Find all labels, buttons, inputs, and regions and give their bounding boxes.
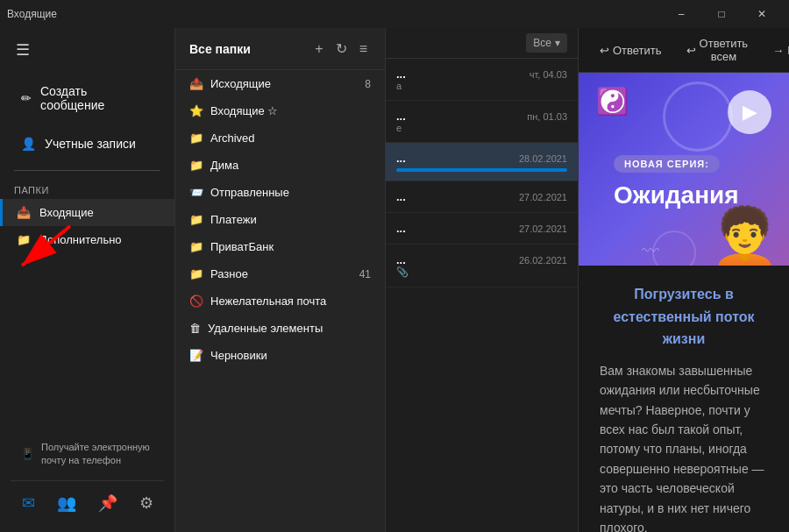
misc-label: Разное [210,267,248,280]
payments-icon: 📁 [189,213,203,226]
email-item-1[interactable]: ... чт, 04.03 а [386,59,578,101]
reply-icon: ↩ [600,44,609,57]
accounts-label: Учетные записи [45,137,136,151]
drafts-label: Черновики [210,349,267,362]
deleted-label: Удаленные элементы [208,322,323,335]
misc-badge: 41 [359,268,371,280]
folder-item-payments[interactable]: 📁 Платежи [175,206,385,233]
sidebar-bottom: 📱 Получайте электронную почту на телефон… [0,427,174,532]
compose-icon: ✏ [21,91,32,105]
content-toolbar: ↩ Ответить ↩ Ответить всем → Переслать ⚙… [579,28,789,73]
email-date-6: 26.02.2021 [519,255,567,266]
people-nav-icon[interactable]: 👥 [48,488,85,518]
window-controls: – □ ✕ [661,0,782,28]
forward-button[interactable]: → Переслать [765,40,789,60]
email-sender-5: ... [396,222,406,235]
get-email-button[interactable]: 📱 Получайте электронную почту на телефон [11,434,164,473]
email-content: ☯️ НОВАЯ СЕРИЯ: Ожидания ▶ 🧑‍🦱 〰 Погрузи… [579,73,789,532]
refresh-folders-button[interactable]: ↻ [332,37,351,60]
folder-item-misc[interactable]: 📁 Разное 41 [175,260,385,287]
mail-nav-icon[interactable]: ✉ [13,488,44,518]
email-date-2: пн, 01.03 [527,111,567,122]
folder-item-privat[interactable]: 📁 ПриватБанк [175,233,385,260]
email-item-5[interactable]: ... 27.02.2021 [386,213,578,245]
content-panel: ↩ Ответить ↩ Ответить всем → Переслать ⚙… [579,28,789,532]
outbox-badge: 8 [365,78,371,90]
email-sender-4: ... [396,190,406,203]
email-sender-2: ... [396,110,406,123]
accounts-button[interactable]: 👤 Учетные записи [7,128,167,160]
deleted-icon: 🗑 [189,322,201,335]
reply-all-icon: ↩ [686,44,696,57]
sent-icon: 📨 [189,186,203,199]
folder-item-starred[interactable]: ⭐ Входящие ☆ [175,97,385,124]
email-preview-6: 📎 [396,266,567,278]
minimize-button[interactable]: – [661,0,701,28]
email-list-panel: Все ▾ ... чт, 04.03 а ... пн, 01.03 е ..… [386,28,579,532]
reply-button[interactable]: ↩ Ответить [593,40,669,60]
email-preview-2: е [396,123,567,133]
dima-label: Дима [210,159,238,172]
email-item-4[interactable]: ... 27.02.2021 [386,181,578,213]
email-banner: ☯️ НОВАЯ СЕРИЯ: Ожидания ▶ 🧑‍🦱 〰 [579,73,789,266]
email-item-6[interactable]: ... 26.02.2021 📎 [386,245,578,287]
banner-logo-icon: ☯️ [596,86,629,117]
folders-panel: Все папки + ↻ ≡ 📤 Исходящие 8 ⭐ Входящие… [175,28,386,532]
email-body-title: Погрузитесь в естественный поток жизни [600,283,768,351]
forward-icon: → [772,44,784,57]
hamburger-icon[interactable]: ☰ [11,35,35,65]
reply-all-button[interactable]: ↩ Ответить всем [679,33,756,67]
email-sender-3: ... [396,152,406,165]
close-button[interactable]: ✕ [742,0,782,28]
folder-item-archived[interactable]: 📁 Archived [175,124,385,152]
sidebar-divider [14,170,160,171]
settings-nav-icon[interactable]: ⚙ [131,488,162,518]
calendar-nav-icon[interactable]: 📌 [89,488,126,518]
folder-item-spam[interactable]: 🚫 Нежелательная почта [175,287,385,315]
banner-title: Ожидания [614,181,739,209]
more-folder-label: Дополнительно [39,233,122,246]
title-bar: Входящие – □ ✕ [0,0,789,28]
folders-header: Все папки + ↻ ≡ [175,28,385,70]
folders-section-label: Папки [0,178,174,199]
add-folder-button[interactable]: + [311,37,326,60]
email-date-5: 27.02.2021 [519,223,567,234]
bottom-nav: ✉ 👥 📌 ⚙ [11,480,164,525]
filter-folders-button[interactable]: ≡ [356,37,371,60]
phone-icon: 📱 [21,448,34,460]
email-preview-1: а [396,81,567,91]
banner-content: НОВАЯ СЕРИЯ: Ожидания [614,155,739,209]
payments-label: Платежи [210,213,257,226]
privat-label: ПриватБанк [210,240,274,253]
starred-label: Входящие ☆ [210,104,278,117]
email-item-2[interactable]: ... пн, 01.03 е [386,101,578,143]
banner-tag: НОВАЯ СЕРИЯ: [614,155,720,173]
filter-button[interactable]: Все ▾ [526,33,567,53]
compose-label: Создать сообщение [40,84,153,112]
folder-item-sent[interactable]: 📨 Отправленные [175,179,385,206]
compose-button[interactable]: ✏ Создать сообщение [7,75,167,121]
play-button[interactable]: ▶ [728,90,771,134]
email-body: Погрузитесь в естественный поток жизни В… [579,266,789,532]
email-sender-6: ... [396,253,406,266]
misc-icon: 📁 [189,267,203,280]
folder-item-dima[interactable]: 📁 Дима [175,152,385,179]
email-list-header: Все ▾ [386,28,578,59]
accounts-icon: 👤 [21,137,36,151]
outbox-label: Исходящие [210,77,271,90]
sidebar-folder-more[interactable]: 📁 Дополнительно [0,226,174,253]
toolbar-left: ↩ Ответить ↩ Ответить всем → Переслать [593,33,789,67]
archived-icon: 📁 [189,131,203,145]
folder-item-outbox[interactable]: 📤 Исходящие 8 [175,70,385,97]
folder-item-deleted[interactable]: 🗑 Удаленные элементы [175,315,385,342]
sidebar-folder-inbox[interactable]: 📥 Входящие [0,199,174,226]
maximize-button[interactable]: □ [701,0,742,28]
sidebar-top: ☰ [0,28,174,72]
email-paragraph-1: Вам знакомы завышенные ожидания или несб… [600,361,768,532]
folder-item-drafts[interactable]: 📝 Черновики [175,342,385,369]
character-illustration: 🧑‍🦱 [709,209,780,266]
window-title: Входящие [7,8,57,20]
drafts-icon: 📝 [189,349,203,362]
email-item-3[interactable]: ... 28.02.2021 [386,143,578,181]
chevron-down-icon: ▾ [555,37,560,49]
